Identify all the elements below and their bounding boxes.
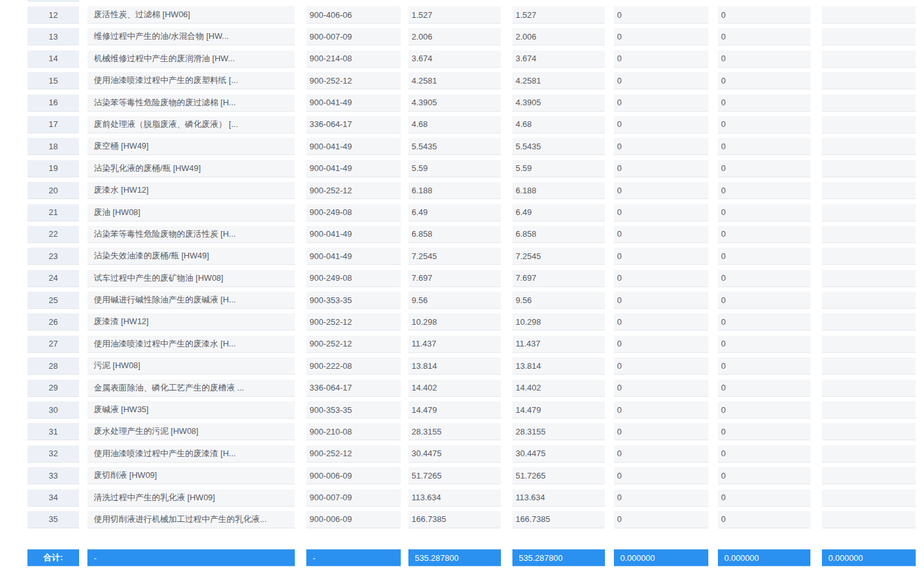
table-row[interactable]: 27 使用油漆喷漆过程中产生的废漆水 [H... 900-252-12 11.4… — [27, 336, 916, 353]
cell-amount-2: 4.2581 — [512, 72, 605, 89]
cell-amount-4: 0 — [718, 380, 810, 397]
cell-waste-code: 336-064-17 — [306, 116, 401, 133]
cell-waste-name: 废空桶 [HW49] — [87, 138, 295, 155]
table-row[interactable]: 18 废空桶 [HW49] 900-041-49 5.5435 5.5435 0… — [27, 138, 916, 155]
cell-amount-3: 0 — [614, 511, 708, 528]
cell-waste-code: 900-252-12 — [306, 336, 401, 353]
table-row[interactable]: 25 使用碱进行碱性除油产生的废碱液 [H... 900-353-35 9.56… — [27, 292, 916, 309]
cell-empty — [822, 511, 916, 528]
cell-amount-2: 166.7385 — [512, 511, 605, 528]
cell-waste-code: 900-041-49 — [306, 160, 401, 177]
table-row[interactable]: 32 使用油漆喷漆过程中产生的废漆渣 [H... 900-252-12 30.4… — [27, 445, 916, 463]
cell-amount-1: 11.437 — [408, 336, 501, 353]
table-row[interactable]: 30 废碱液 [HW35] 900-353-35 14.479 14.479 0… — [27, 401, 916, 419]
cell-row-number: 26 — [27, 313, 79, 331]
cell-empty — [822, 138, 916, 155]
waste-summary-table: 12 废活性炭、过滤棉 [HW06] 900-406-06 1.527 1.52… — [0, 0, 924, 573]
cell-waste-code: 900-007-09 — [306, 28, 401, 45]
cell-empty — [822, 94, 916, 112]
table-row[interactable]: 31 废水处理产生的污泥 [HW08] 900-210-08 28.3155 2… — [27, 423, 916, 440]
cell-amount-2: 2.006 — [512, 28, 605, 45]
cell-waste-code: 900-214-08 — [306, 50, 401, 68]
cell-waste-code: 900-041-49 — [306, 94, 401, 112]
cell-empty — [822, 116, 916, 133]
cell-waste-name: 沾染失效油漆的废桶/瓶 [HW49] — [87, 248, 295, 265]
cell-waste-name: 废碱液 [HW35] — [87, 401, 295, 419]
cell-row-number: 33 — [27, 467, 79, 484]
cell-empty — [822, 401, 916, 419]
cell-amount-4: 0 — [718, 445, 810, 463]
cell-empty — [822, 160, 916, 177]
cell-amount-1: 6.858 — [408, 226, 501, 243]
cell-empty — [822, 28, 916, 45]
table-row[interactable]: 28 污泥 [HW08] 900-222-08 13.814 13.814 0 … — [27, 357, 916, 375]
table-row[interactable]: 14 机械维修过程中产生的废润滑油 [HW... 900-214-08 3.67… — [27, 50, 916, 68]
table-row[interactable]: 26 废漆渣 [HW12] 900-252-12 10.298 10.298 0… — [27, 313, 916, 331]
cell-amount-1: 14.402 — [408, 380, 501, 397]
table-row[interactable]: 24 试车过程中产生的废矿物油 [HW08] 900-249-08 7.697 … — [27, 270, 916, 287]
cell-amount-1: 5.5435 — [408, 138, 501, 155]
table-row[interactable]: 12 废活性炭、过滤棉 [HW06] 900-406-06 1.527 1.52… — [27, 6, 916, 24]
cell-amount-2: 11.437 — [512, 336, 605, 353]
cell-row-number: 30 — [27, 401, 79, 419]
table-row[interactable]: 21 废油 [HW08] 900-249-08 6.49 6.49 0 0 — [27, 204, 916, 221]
cell-row-number: 34 — [27, 489, 79, 507]
cell-waste-code: 336-064-17 — [306, 380, 401, 397]
cell-amount-4: 0 — [718, 467, 810, 484]
cell-amount-1: 30.4475 — [408, 445, 501, 463]
table-row[interactable]: 17 废前处理液（脱脂废液、磷化废液） [... 336-064-17 4.68… — [27, 116, 916, 133]
cell-empty — [822, 380, 916, 397]
table-row[interactable]: 22 沾染苯等毒性危险废物的废活性炭 [H... 900-041-49 6.85… — [27, 226, 916, 243]
table-row[interactable]: 23 沾染失效油漆的废桶/瓶 [HW49] 900-041-49 7.2545 … — [27, 248, 916, 265]
cell-amount-2: 6.49 — [512, 204, 605, 221]
cell-amount-4: 0 — [718, 511, 810, 528]
cell-waste-code: 900-006-09 — [306, 511, 401, 528]
cell-amount-1: 51.7265 — [408, 467, 501, 484]
cell-amount-1: 6.49 — [408, 204, 501, 221]
cell-amount-1: 113.634 — [408, 489, 501, 507]
cell-amount-4: 0 — [718, 160, 810, 177]
cell-amount-3: 0 — [614, 292, 708, 309]
cell-empty — [822, 423, 916, 440]
cell-waste-name: 使用油漆喷漆过程中产生的废漆渣 [H... — [87, 445, 295, 463]
cell-amount-2: 51.7265 — [512, 467, 605, 484]
cell-waste-code: 900-041-49 — [306, 226, 401, 243]
cell-amount-3: 0 — [614, 182, 708, 199]
table-row[interactable]: 34 清洗过程中产生的乳化液 [HW09] 900-007-09 113.634… — [27, 489, 916, 507]
cell-row-number: 22 — [27, 226, 79, 243]
cell-row-number: 13 — [27, 28, 79, 45]
cell-amount-4: 0 — [718, 336, 810, 353]
cell-row-number: 14 — [27, 50, 79, 68]
cell-waste-code: 900-041-49 — [306, 138, 401, 155]
table-row[interactable]: 15 使用油漆喷漆过程中产生的废塑料纸 [... 900-252-12 4.25… — [27, 72, 916, 89]
cell-amount-2: 30.4475 — [512, 445, 605, 463]
cell-amount-4: 0 — [718, 270, 810, 287]
cell-row-number: 31 — [27, 423, 79, 440]
table-row[interactable]: 29 金属表面除油、磷化工艺产生的废槽液 ... 336-064-17 14.4… — [27, 380, 916, 397]
cell-waste-name: 沾染苯等毒性危险废物的废过滤棉 [H... — [87, 94, 295, 112]
cell-amount-1: 28.3155 — [408, 423, 501, 440]
cell-waste-code: 900-249-08 — [306, 204, 401, 221]
cell-waste-code: 900-252-12 — [306, 445, 401, 463]
cell-amount-3: 0 — [614, 336, 708, 353]
summary-amount-3: 0.000000 — [614, 549, 708, 567]
cell-waste-name: 沾染苯等毒性危险废物的废活性炭 [H... — [87, 226, 295, 243]
table-row[interactable]: 20 废漆水 [HW12] 900-252-12 6.188 6.188 0 0 — [27, 182, 916, 199]
table-row[interactable]: 13 维修过程中产生的油/水混合物 [HW... 900-007-09 2.00… — [27, 28, 916, 45]
cell-empty — [822, 182, 916, 199]
cell-amount-1: 5.59 — [408, 160, 501, 177]
cell-amount-1: 4.3905 — [408, 94, 501, 112]
cell-amount-4: 0 — [718, 138, 810, 155]
summary-row: 合计: - - 535.287800 535.287800 0.000000 0… — [27, 549, 916, 567]
cell-row-number: 21 — [27, 204, 79, 221]
table-row[interactable]: 35 使用切削液进行机械加工过程中产生的乳化液... 900-006-09 16… — [27, 511, 916, 528]
cell-amount-1: 1.527 — [408, 6, 501, 24]
summary-waste-name: - — [87, 549, 295, 567]
cell-waste-name: 试车过程中产生的废矿物油 [HW08] — [87, 270, 295, 287]
table-row[interactable]: 33 废切削液 [HW09] 900-006-09 51.7265 51.726… — [27, 467, 916, 484]
cell-amount-4: 0 — [718, 72, 810, 89]
cell-amount-4: 0 — [718, 50, 810, 68]
cell-amount-3: 0 — [614, 160, 708, 177]
table-row[interactable]: 19 沾染乳化液的废桶/瓶 [HW49] 900-041-49 5.59 5.5… — [27, 160, 916, 177]
table-row[interactable]: 16 沾染苯等毒性危险废物的废过滤棉 [H... 900-041-49 4.39… — [27, 94, 916, 112]
